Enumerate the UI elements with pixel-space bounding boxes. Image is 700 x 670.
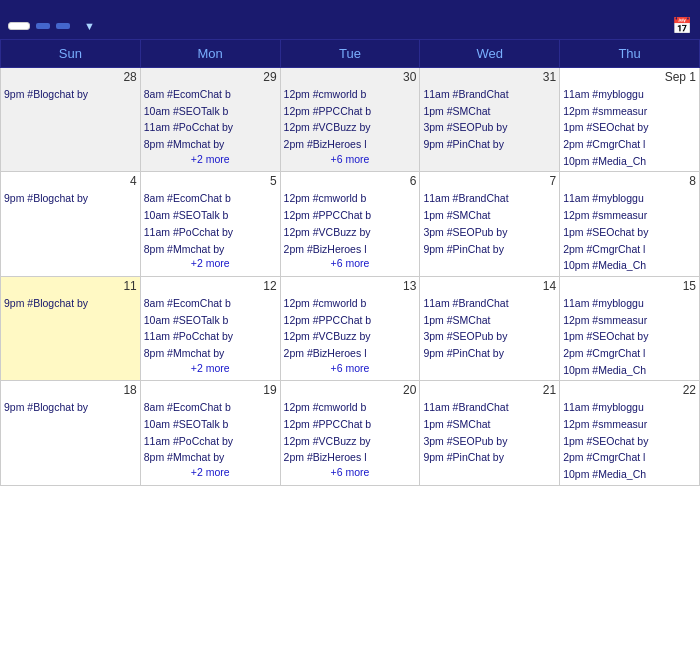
more-events-link[interactable]: +2 more — [144, 362, 277, 374]
event[interactable]: 10pm #Media_Ch — [563, 153, 696, 170]
col-header-mon: Mon — [140, 40, 280, 68]
event[interactable]: 1pm #SEOchat by — [563, 433, 696, 450]
event[interactable]: 2pm #CmgrChat l — [563, 449, 696, 466]
event[interactable]: 12pm #PPCChat b — [284, 103, 417, 120]
week-row: 49pm #Blogchat by58am #EcomChat b10am #S… — [1, 172, 700, 276]
event[interactable]: 10am #SEOTalk b — [144, 416, 277, 433]
event[interactable]: 2pm #BizHeroes l — [284, 241, 417, 258]
more-events-link[interactable]: +2 more — [144, 466, 277, 478]
event[interactable]: 11am #BrandChat — [423, 295, 556, 312]
event[interactable]: 12pm #cmworld b — [284, 190, 417, 207]
event[interactable]: 2pm #BizHeroes l — [284, 449, 417, 466]
event[interactable]: 9pm #PinChat by — [423, 449, 556, 466]
col-header-wed: Wed — [420, 40, 560, 68]
event[interactable]: 11am #mybloggu — [563, 295, 696, 312]
event[interactable]: 8am #EcomChat b — [144, 399, 277, 416]
next-button[interactable] — [56, 23, 70, 29]
event[interactable]: 8pm #Mmchat by — [144, 449, 277, 466]
event[interactable]: 11am #mybloggu — [563, 190, 696, 207]
event[interactable]: 1pm #SMChat — [423, 312, 556, 329]
month-label: ▼ — [80, 20, 95, 32]
event[interactable]: 9pm #PinChat by — [423, 241, 556, 258]
event[interactable]: 8pm #Mmchat by — [144, 241, 277, 258]
calendar-cell: 711am #BrandChat1pm #SMChat3pm #SEOPub b… — [420, 172, 560, 276]
day-number: 28 — [4, 70, 137, 86]
prev-button[interactable] — [36, 23, 50, 29]
more-events-link[interactable]: +6 more — [284, 257, 417, 269]
col-header-tue: Tue — [280, 40, 420, 68]
event[interactable]: 12pm #VCBuzz by — [284, 119, 417, 136]
event[interactable]: 1pm #SEOchat by — [563, 119, 696, 136]
day-number: 7 — [423, 174, 556, 190]
toolbar: ▼ 📅 — [0, 12, 700, 39]
day-number: 12 — [144, 279, 277, 295]
event[interactable]: 2pm #BizHeroes l — [284, 345, 417, 362]
event[interactable]: 12pm #PPCChat b — [284, 312, 417, 329]
event[interactable]: 11am #PoCchat by — [144, 119, 277, 136]
event[interactable]: 10am #SEOTalk b — [144, 312, 277, 329]
event[interactable]: 3pm #SEOPub by — [423, 328, 556, 345]
event[interactable]: 1pm #SEOchat by — [563, 224, 696, 241]
event[interactable]: 12pm #smmeasur — [563, 103, 696, 120]
event[interactable]: 12pm #smmeasur — [563, 207, 696, 224]
event[interactable]: 3pm #SEOPub by — [423, 119, 556, 136]
event[interactable]: 10am #SEOTalk b — [144, 103, 277, 120]
event[interactable]: 8am #EcomChat b — [144, 190, 277, 207]
event[interactable]: 12pm #smmeasur — [563, 416, 696, 433]
event[interactable]: 9pm #Blogchat by — [4, 86, 137, 103]
day-number: 4 — [4, 174, 137, 190]
event[interactable]: 9pm #Blogchat by — [4, 190, 137, 207]
event[interactable]: 2pm #CmgrChat l — [563, 241, 696, 258]
event[interactable]: 12pm #cmworld b — [284, 86, 417, 103]
event[interactable]: 12pm #VCBuzz by — [284, 433, 417, 450]
event[interactable]: 9pm #PinChat by — [423, 345, 556, 362]
event[interactable]: 2pm #CmgrChat l — [563, 345, 696, 362]
event[interactable]: 2pm #CmgrChat l — [563, 136, 696, 153]
event[interactable]: 3pm #SEOPub by — [423, 433, 556, 450]
event[interactable]: 10am #SEOTalk b — [144, 207, 277, 224]
event[interactable]: 11am #BrandChat — [423, 86, 556, 103]
event[interactable]: 2pm #BizHeroes l — [284, 136, 417, 153]
calendar-cell: 58am #EcomChat b10am #SEOTalk b11am #PoC… — [140, 172, 280, 276]
event[interactable]: 12pm #smmeasur — [563, 312, 696, 329]
event[interactable]: 10pm #Media_Ch — [563, 466, 696, 483]
day-number: 11 — [4, 279, 137, 295]
event[interactable]: 8pm #Mmchat by — [144, 136, 277, 153]
event[interactable]: 9pm #Blogchat by — [4, 295, 137, 312]
event[interactable]: 9pm #Blogchat by — [4, 399, 137, 416]
event[interactable]: 1pm #SMChat — [423, 103, 556, 120]
event[interactable]: 12pm #PPCChat b — [284, 207, 417, 224]
event[interactable]: 8am #EcomChat b — [144, 86, 277, 103]
event[interactable]: 11am #BrandChat — [423, 190, 556, 207]
event[interactable]: 11am #PoCchat by — [144, 433, 277, 450]
event[interactable]: 11am #BrandChat — [423, 399, 556, 416]
event[interactable]: 3pm #SEOPub by — [423, 224, 556, 241]
calendar-icon[interactable]: 📅 — [672, 16, 692, 35]
week-row: 189pm #Blogchat by198am #EcomChat b10am … — [1, 381, 700, 485]
event[interactable]: 12pm #VCBuzz by — [284, 328, 417, 345]
event[interactable]: 11am #PoCchat by — [144, 224, 277, 241]
event[interactable]: 12pm #VCBuzz by — [284, 224, 417, 241]
event[interactable]: 12pm #cmworld b — [284, 399, 417, 416]
today-button[interactable] — [8, 22, 30, 30]
more-events-link[interactable]: +6 more — [284, 466, 417, 478]
more-events-link[interactable]: +6 more — [284, 362, 417, 374]
event[interactable]: 8pm #Mmchat by — [144, 345, 277, 362]
event[interactable]: 9pm #PinChat by — [423, 136, 556, 153]
event[interactable]: 12pm #PPCChat b — [284, 416, 417, 433]
event[interactable]: 10pm #Media_Ch — [563, 362, 696, 379]
event[interactable]: 12pm #cmworld b — [284, 295, 417, 312]
event[interactable]: 11am #mybloggu — [563, 86, 696, 103]
day-number: 18 — [4, 383, 137, 399]
more-events-link[interactable]: +6 more — [284, 153, 417, 165]
more-events-link[interactable]: +2 more — [144, 257, 277, 269]
event[interactable]: 11am #PoCchat by — [144, 328, 277, 345]
event[interactable]: 11am #mybloggu — [563, 399, 696, 416]
more-events-link[interactable]: +2 more — [144, 153, 277, 165]
event[interactable]: 1pm #SMChat — [423, 416, 556, 433]
event[interactable]: 8am #EcomChat b — [144, 295, 277, 312]
dropdown-arrow-icon[interactable]: ▼ — [84, 20, 95, 32]
event[interactable]: 1pm #SEOchat by — [563, 328, 696, 345]
event[interactable]: 1pm #SMChat — [423, 207, 556, 224]
event[interactable]: 10pm #Media_Ch — [563, 257, 696, 274]
